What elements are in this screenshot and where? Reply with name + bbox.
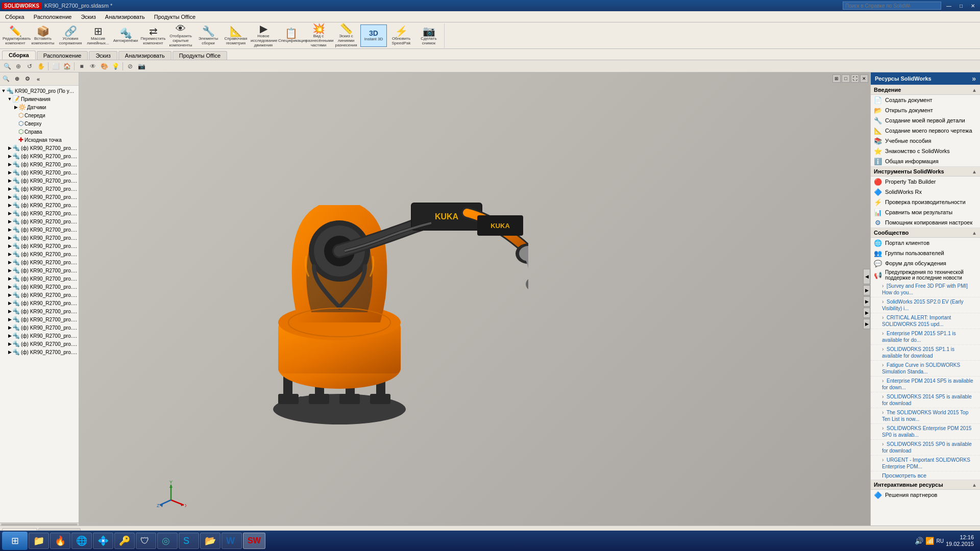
menu-sketch[interactable]: Эскиз: [77, 13, 100, 21]
news-item-11[interactable]: › SOLIDWORKS 2015 SP0 is available for d…: [871, 440, 980, 456]
expand-p18[interactable]: ▶: [7, 284, 12, 289]
tree-item-part-5[interactable]: ▶ 🔩 (ф) KR90_R2700_pro.slda: [0, 177, 79, 185]
introduction-section-header[interactable]: Введение ▲: [871, 85, 980, 95]
expand-p13[interactable]: ▶: [7, 243, 12, 248]
expand-p19[interactable]: ▶: [7, 292, 12, 297]
tree-item-part-21[interactable]: ▶ 🔩 (ф) KR90_R2700_pro.slda: [0, 307, 79, 315]
rp-tutorials[interactable]: 📚 Учебные пособия: [871, 136, 980, 146]
tree-item-part-7[interactable]: ▶ 🔩 (ф) KR90_R2700_pro.slda: [0, 193, 79, 201]
tray-network-icon[interactable]: 📶: [925, 537, 934, 545]
tab-sketch[interactable]: Эскиз: [89, 51, 117, 60]
expand-p7[interactable]: ▶: [7, 194, 12, 199]
expand-p12[interactable]: ▶: [7, 235, 12, 240]
expand-p20[interactable]: ▶: [7, 300, 12, 306]
rp-copy-settings[interactable]: ⚙ Помощник копирования настроек: [871, 217, 980, 228]
viewport-close-button[interactable]: ✕: [860, 74, 868, 83]
expand-p23[interactable]: ▶: [7, 325, 12, 330]
viewport-single-button[interactable]: □: [842, 74, 850, 83]
smartfasteners-button[interactable]: 🔩 Автокрепёжи: [112, 24, 139, 47]
show-hidden-button[interactable]: 👁 Отобразить скрытые компоненты: [167, 24, 194, 47]
tree-item-part-1[interactable]: ▶ 🔩 (ф) KR90_R2700_pro.slda: [0, 144, 79, 152]
tree-item-part-13[interactable]: ▶ 🔩 (ф) KR90_R2700_pro.slda: [0, 242, 79, 250]
expand-p1[interactable]: ▶: [7, 145, 12, 151]
explode-sketch-button[interactable]: 📏 Эскиз с линиями разнесения: [333, 24, 359, 47]
taskbar-app7-button[interactable]: ◎: [157, 533, 178, 549]
tree-item-sensors[interactable]: ▶ 🔆 Датчики: [0, 103, 79, 111]
display-style-button[interactable]: ■: [77, 62, 87, 71]
appearances-button[interactable]: 🎨: [99, 62, 109, 71]
tree-item-part-15[interactable]: ▶ 🔩 (ф) KR90_R2700_pro.slda: [0, 258, 79, 266]
rp-compare-results[interactable]: 📊 Сравнить мои результаты: [871, 207, 980, 217]
expand-p24[interactable]: ▶: [7, 333, 12, 338]
tab-layout[interactable]: Расположение: [37, 51, 88, 60]
tree-item-part-25[interactable]: ▶ 🔩 (ф) KR90_R2700_pro.slda: [0, 340, 79, 348]
tree-item-part-2[interactable]: ▶ 🔩 (ф) KR90_R2700_pro.slda: [0, 152, 79, 160]
rp-customer-portal[interactable]: 🌐 Портал клиентов: [871, 238, 980, 248]
section-view-button[interactable]: ⊘: [125, 62, 135, 71]
expand-p26[interactable]: ▶: [7, 349, 12, 355]
tree-item-part-9[interactable]: ▶ 🔩 (ф) KR90_R2700_pro.slda: [0, 209, 79, 217]
tree-item-part-10[interactable]: ▶ 🔩 (ф) KR90_R2700_pro.slda: [0, 217, 79, 226]
expand-p9[interactable]: ▶: [7, 211, 12, 216]
tree-item-notes[interactable]: ▼ 📝 Примечания: [0, 95, 79, 103]
tree-item-root[interactable]: ▼ 🔩 KR90_R2700_pro (По умолч...: [0, 87, 79, 95]
taskbar-firefox-button[interactable]: 🔥: [50, 533, 70, 549]
tree-item-part-17[interactable]: ▶ 🔩 (ф) KR90_R2700_pro.slda: [0, 274, 79, 283]
expand-p11[interactable]: ▶: [7, 227, 12, 232]
tree-item-part-11[interactable]: ▶ 🔩 (ф) KR90_R2700_pro.slda: [0, 226, 79, 234]
cameras-button[interactable]: 📷: [136, 62, 146, 71]
rp-create-doc[interactable]: 📄 Создать документ: [871, 95, 980, 105]
taskbar-antivirus-button[interactable]: 🛡: [136, 533, 156, 549]
maximize-button[interactable]: □: [957, 3, 966, 9]
pattern-button[interactable]: ⊞ Массив линейных...: [85, 24, 111, 47]
news-item-8[interactable]: › SOLIDWORKS 2014 SP5 is available for d…: [871, 392, 980, 408]
taskbar-solidworks-button[interactable]: SW: [243, 533, 265, 549]
tree-item-part-20[interactable]: ▶ 🔩 (ф) KR90_R2700_pro.slda: [0, 299, 79, 307]
motion-study-button[interactable]: ▶ Новое исследование движения: [250, 24, 277, 47]
tree-item-part-6[interactable]: ▶ 🔩 (ф) KR90_R2700_pro.slda: [0, 185, 79, 193]
tree-item-part-26[interactable]: ▶ 🔩 (ф) KR90_R2700_pro.slda: [0, 348, 79, 356]
taskbar-app5-button[interactable]: 🔑: [114, 533, 135, 549]
tree-item-part-3[interactable]: ▶ 🔩 (ф) KR90_R2700_pro.slda: [0, 160, 79, 168]
rp-first-part[interactable]: 🔧 Создание моей первой детали: [871, 115, 980, 126]
news-item-1[interactable]: › [Survey and Free 3D PDF with PMI] How …: [871, 282, 980, 297]
rp-performance-check[interactable]: ⚡ Проверка производительности: [871, 197, 980, 207]
rp-first-drawing[interactable]: 📐 Создание моего первого чертежа: [871, 126, 980, 136]
tree-item-part-18[interactable]: ▶ 🔩 (ф) KR90_R2700_pro.slda: [0, 283, 79, 291]
tree-item-origin[interactable]: ▶ ✚ Исходная точка: [0, 136, 79, 144]
ft-collapse-button[interactable]: «: [33, 74, 43, 84]
interactive-resources-section-header[interactable]: Интерактивные ресурсы ▲: [871, 480, 980, 490]
menu-analyze[interactable]: Анализировать: [101, 13, 149, 21]
expand-p5[interactable]: ▶: [7, 178, 12, 183]
rp-user-groups[interactable]: 👥 Группы пользователей: [871, 248, 980, 258]
news-item-7[interactable]: › Enterprise PDM 2014 SP5 is available f…: [871, 377, 980, 392]
taskbar-skype-button[interactable]: S: [179, 533, 199, 549]
rp-property-tab-builder[interactable]: 🔴 Property Tab Builder: [871, 177, 980, 187]
pan-button[interactable]: ✋: [36, 62, 46, 71]
tree-item-part-14[interactable]: ▶ 🔩 (ф) KR90_R2700_pro.slda: [0, 250, 79, 258]
news-item-5[interactable]: › SOLIDWORKS 2015 SP1.1 is available for…: [871, 345, 980, 361]
3d-viewport[interactable]: ⊞ □ ⛶ ✕ ◀ ▶ ▶ ▶ ▶: [79, 72, 870, 525]
system-clock[interactable]: 12:16 19.02.2015: [946, 534, 974, 547]
expand-p15[interactable]: ▶: [7, 260, 12, 265]
zoom-in-button[interactable]: ⊕: [13, 62, 23, 71]
mate-button[interactable]: 🔗 Условия сопряжения: [57, 24, 84, 47]
help-search-input[interactable]: [843, 2, 941, 10]
news-item-9[interactable]: › The SOLIDWORKS World 2015 Top Ten List…: [871, 408, 980, 424]
rp-solidworks-rx[interactable]: 🔷 SolidWorks Rx: [871, 187, 980, 197]
news-item-6[interactable]: › Fatigue Curve in SOLIDWORKS Simulation…: [871, 361, 980, 377]
expand-p2[interactable]: ▶: [7, 154, 12, 159]
tree-item-part-4[interactable]: ▶ 🔩 (ф) KR90_R2700_pro.slda: [0, 168, 79, 177]
close-button[interactable]: ✕: [968, 3, 978, 9]
rp-whats-new[interactable]: ⭐ Знакомство с SolidWorks: [871, 146, 980, 156]
viewport-tile-button[interactable]: ⊞: [832, 74, 841, 83]
tree-item-part-22[interactable]: ▶ 🔩 (ф) KR90_R2700_pro.slda: [0, 315, 79, 323]
expand-p8[interactable]: ▶: [7, 203, 12, 208]
community-section-header[interactable]: Сообщество ▲: [871, 228, 980, 238]
exploded-view-button[interactable]: 💥 Вид с разнесёнными частями: [305, 24, 332, 47]
start-button[interactable]: ⊞: [2, 532, 28, 550]
tab-assembly[interactable]: Сборка: [2, 51, 36, 60]
tools-section-header[interactable]: Инструменты SolidWorks ▲: [871, 166, 980, 177]
hide-show-button[interactable]: 👁: [88, 62, 98, 71]
expand-p16[interactable]: ▶: [7, 268, 12, 273]
